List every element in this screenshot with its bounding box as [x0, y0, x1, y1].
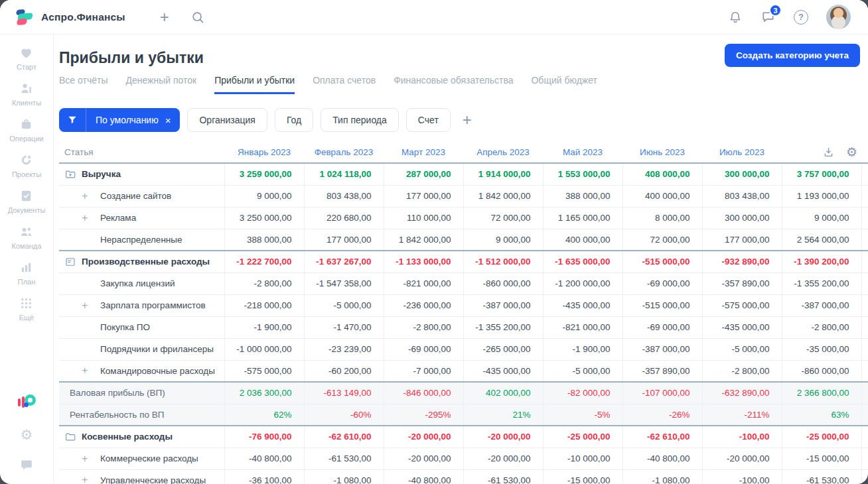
expand-plus-icon[interactable]: + — [82, 212, 100, 224]
tab-2[interactable]: Денежный поток — [125, 75, 196, 94]
value-cell: -821 000,00 — [384, 272, 463, 294]
pnl-table: Статья Январь 2023Февраль 2023Март 2023А… — [59, 141, 868, 484]
user-avatar[interactable] — [826, 5, 851, 29]
table-row: Рентабельность по ВП62%-60%-295%21%-5%-2… — [59, 404, 868, 426]
row-label[interactable]: Командировочные расходы — [100, 366, 215, 376]
expand-plus-icon[interactable]: + — [82, 190, 100, 202]
column-header-month-2: Февраль 2023 — [304, 141, 384, 163]
clipped-column — [861, 272, 868, 294]
table-row: +Зарплата программистов-218 000,00-5 000… — [59, 294, 868, 316]
expand-plus-icon[interactable]: + — [82, 453, 100, 465]
value-cell: -61 530,00 — [304, 448, 384, 469]
value-cell: -1 900,00 — [224, 316, 304, 338]
download-icon[interactable] — [822, 146, 835, 158]
sidebar: СтартКлиентыОперацииПроектыДокументыКома… — [0, 34, 54, 484]
row-label[interactable]: Косвенные расходы — [82, 432, 173, 442]
create-category-button[interactable]: Создать категорию учета — [725, 44, 860, 67]
row-label[interactable]: Выручка — [82, 169, 121, 179]
column-header-article: Статья — [59, 141, 224, 163]
doc-lines-icon — [64, 256, 76, 268]
filter-bar: По умолчанию × ОрганизацияГодТип периода… — [59, 108, 868, 132]
support-chat-icon[interactable] — [19, 457, 34, 472]
create-plus-icon[interactable]: + — [160, 9, 169, 25]
help-icon[interactable]: ? — [794, 10, 808, 25]
value-cell: 1 914 000,00 — [463, 163, 543, 185]
row-label[interactable]: Нераспределенные — [100, 235, 182, 245]
filter-button[interactable]: Организация — [187, 108, 267, 132]
settings-gear-icon[interactable]: ⚙ — [21, 428, 33, 442]
tab-5[interactable]: Финансовые обязательства — [394, 75, 513, 94]
tab-4[interactable]: Оплата счетов — [313, 75, 376, 94]
sidebar-item-more[interactable]: Ещё — [8, 296, 46, 322]
value-cell: -40 800,00 — [224, 448, 304, 469]
clipped-column — [861, 163, 868, 185]
remove-filter-icon[interactable]: × — [165, 115, 171, 126]
table-settings-gear-icon[interactable]: ⚙ — [846, 146, 857, 158]
notifications-bell-icon[interactable] — [728, 10, 743, 25]
tab-1[interactable]: Все отчёты — [59, 75, 108, 94]
value-cell: -575 000,00 — [702, 294, 782, 316]
filter-button[interactable]: Тип периода — [321, 108, 399, 132]
row-label[interactable]: Покупка ПО — [100, 322, 150, 332]
value-cell: 3 250 000,00 — [224, 207, 304, 229]
row-label[interactable]: Управленческие расходы — [100, 475, 206, 484]
value-cell: -60 200,00 — [304, 360, 384, 382]
value-cell: -26% — [622, 404, 702, 426]
search-icon[interactable] — [190, 10, 205, 25]
value-cell: -860 000,00 — [463, 272, 543, 294]
sidebar-item-heart[interactable]: Старт — [8, 45, 46, 71]
sidebar-item-operations[interactable]: Операции — [8, 117, 46, 143]
sidebar-item-documents[interactable]: Документы — [8, 188, 46, 214]
clipped-column — [861, 294, 868, 316]
tab-3[interactable]: Прибыли и убытки — [214, 75, 295, 94]
value-cell: -846 000,00 — [384, 382, 463, 404]
sidebar-item-clients[interactable]: Клиенты — [8, 81, 46, 107]
clipped-column — [861, 448, 868, 469]
tab-6[interactable]: Общий бюджет — [531, 75, 597, 94]
clipped-column — [861, 185, 868, 207]
value-cell: -1 200 000,00 — [543, 272, 622, 294]
expand-plus-icon[interactable]: + — [82, 300, 100, 312]
active-filter-chip[interactable]: По умолчанию × — [59, 108, 180, 132]
value-cell: -295% — [384, 404, 463, 426]
sidebar-item-team[interactable]: Команда — [8, 224, 46, 250]
value-cell: 803 438,00 — [702, 185, 782, 207]
sidebar-item-plan[interactable]: План — [8, 260, 46, 286]
value-cell: -25 000,00 — [782, 426, 861, 448]
value-cell: -1 133 000,00 — [384, 251, 463, 272]
value-cell: 402 000,00 — [463, 382, 543, 404]
operations-icon — [19, 117, 34, 132]
value-cell: 2 564 000,00 — [782, 229, 861, 251]
value-cell: 8 000,00 — [622, 207, 702, 229]
value-cell: -1 900,00 — [543, 338, 622, 360]
add-filter-icon[interactable]: + — [463, 112, 472, 128]
value-cell: -387 000,00 — [463, 294, 543, 316]
value-cell: -821 000,00 — [543, 316, 622, 338]
sidebar-item-projects[interactable]: Проекты — [8, 152, 46, 178]
row-label[interactable]: Производственные расходы — [82, 257, 210, 267]
value-cell: 2 036 300,00 — [224, 382, 304, 404]
row-label[interactable]: Зарплата программистов — [100, 300, 206, 310]
value-cell: 72 000,00 — [622, 229, 702, 251]
filter-button[interactable]: Год — [275, 108, 313, 132]
row-label[interactable]: Создание сайтов — [100, 191, 171, 201]
sidebar-item-label: Операции — [9, 135, 43, 143]
expand-plus-icon[interactable]: + — [82, 365, 100, 377]
value-cell: -1 547 358,00 — [304, 272, 384, 294]
value-cell: -60% — [304, 404, 384, 426]
row-label[interactable]: Закупка лицензий — [100, 278, 175, 288]
value-cell: -76 900,00 — [224, 426, 304, 448]
value-cell: -1 222 700,00 — [224, 251, 304, 272]
row-label[interactable]: Подрядчики и фрилансеры — [100, 344, 214, 354]
row-label[interactable]: Реклама — [100, 213, 136, 223]
report-tabs: Все отчётыДенежный потокПрибыли и убытки… — [59, 75, 868, 94]
clipped-column — [861, 404, 868, 426]
partner-logo-icon[interactable] — [17, 393, 36, 412]
row-label[interactable]: Коммерческие расходы — [100, 454, 198, 463]
messages-chat-icon[interactable]: 3 — [760, 9, 776, 25]
expand-plus-icon[interactable]: + — [82, 474, 100, 484]
filter-button[interactable]: Счет — [406, 108, 451, 132]
value-cell: -36 100,00 — [224, 469, 304, 484]
value-cell: -1 470,00 — [304, 316, 384, 338]
active-filter-label: По умолчанию — [96, 115, 159, 125]
